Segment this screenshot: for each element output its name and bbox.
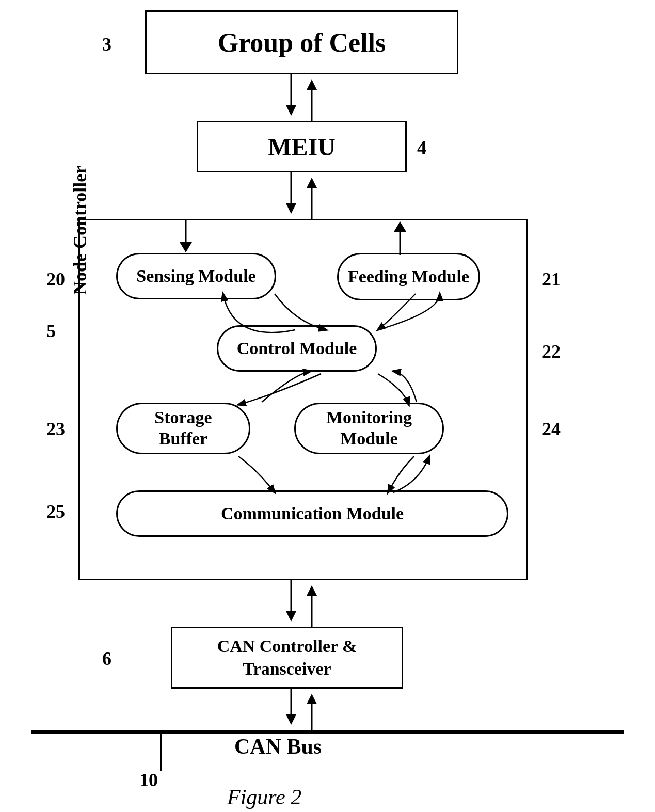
- svg-marker-1: [286, 105, 296, 116]
- ref-10-label: 10: [139, 769, 158, 791]
- arrow-up-feeding: [385, 219, 416, 255]
- arrow-nc-can: [270, 580, 332, 627]
- node-controller-label: Node Controller: [69, 166, 91, 295]
- storage-buffer-label: StorageBuffer: [154, 407, 212, 450]
- ref-22-label: 22: [542, 341, 561, 362]
- svg-marker-11: [394, 221, 406, 232]
- can-controller-box: CAN Controller &Transceiver: [171, 627, 403, 689]
- communication-module-box: Communication Module: [116, 490, 508, 537]
- ref-20-label: 20: [46, 268, 65, 290]
- svg-marker-16: [307, 585, 317, 596]
- diagram: Group of Cells 3 MEIU 4 Node Controller …: [0, 0, 655, 812]
- svg-marker-20: [307, 694, 317, 704]
- can-bus-tick: [160, 730, 162, 771]
- storage-buffer-box: StorageBuffer: [116, 403, 250, 454]
- svg-marker-9: [180, 242, 192, 252]
- can-controller-label: CAN Controller &Transceiver: [217, 635, 357, 680]
- monitoring-module-box: MonitoringModule: [294, 403, 444, 454]
- group-of-cells-label: Group of Cells: [218, 27, 386, 58]
- control-module-label: Control Module: [237, 339, 357, 358]
- ref-24-label: 24: [542, 418, 561, 440]
- ref-23-label: 23: [46, 418, 65, 440]
- ref-3-label: 3: [102, 34, 111, 55]
- svg-marker-7: [307, 178, 317, 188]
- control-module-box: Control Module: [217, 325, 377, 372]
- arrow-down-sensing: [170, 219, 201, 255]
- ref-25-label: 25: [46, 501, 65, 522]
- ref-21-label: 21: [542, 268, 561, 290]
- can-bus-line: [31, 730, 624, 734]
- arrow-gc-meiu: [270, 74, 332, 121]
- svg-marker-14: [286, 611, 296, 622]
- arrow-can-bus: [270, 689, 332, 730]
- feeding-module-label: Feeding Module: [348, 267, 469, 286]
- group-of-cells-box: Group of Cells: [145, 10, 458, 74]
- can-bus-label: CAN Bus: [234, 734, 322, 759]
- ref-6-label: 6: [102, 648, 111, 670]
- monitoring-module-label: MonitoringModule: [326, 407, 412, 450]
- ref-5-label: 5: [46, 320, 56, 342]
- meiu-label: MEIU: [268, 133, 336, 161]
- feeding-module-box: Feeding Module: [337, 253, 480, 300]
- svg-marker-18: [286, 714, 296, 725]
- sensing-module-box: Sensing Module: [116, 253, 276, 299]
- svg-marker-5: [286, 203, 296, 214]
- meiu-box: MEIU: [197, 121, 407, 172]
- svg-marker-3: [307, 79, 317, 90]
- ref-4-label: 4: [417, 137, 426, 158]
- figure-label: Figure 2: [227, 785, 301, 809]
- sensing-module-label: Sensing Module: [136, 266, 255, 286]
- communication-module-label: Communication Module: [221, 504, 404, 523]
- arrow-meiu-nc: [270, 172, 332, 219]
